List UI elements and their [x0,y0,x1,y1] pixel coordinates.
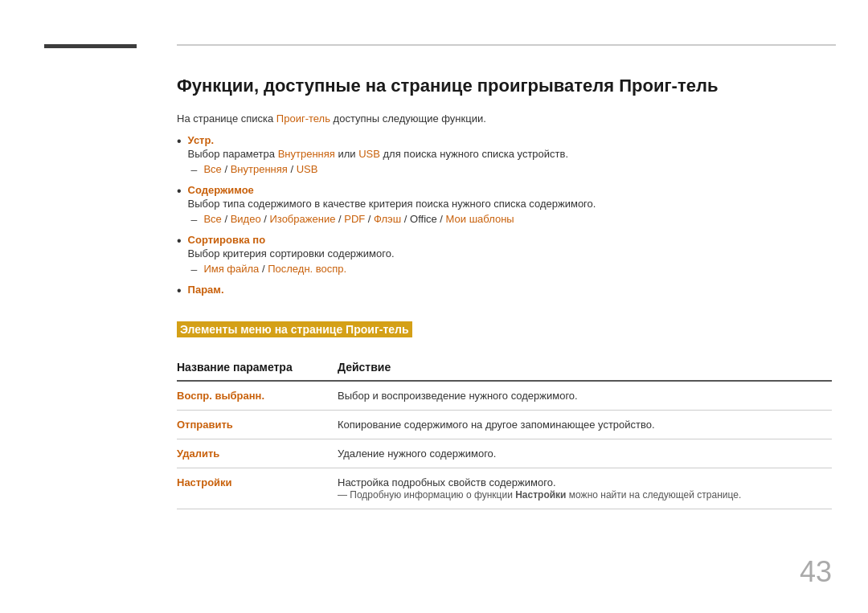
bullet-content-1: Устр. Выбор параметра Внутренняя или USB… [188,134,832,176]
link-vnutrennyaya[interactable]: Внутренняя [278,148,335,160]
bullet-content-3: Сортировка по Выбор критерия сортировки … [188,234,832,276]
bullet-label-2: Содержимое [188,184,254,196]
row1-action: Выбор и воспроизведение нужного содержим… [338,381,832,411]
features-table: Название параметра Действие Воспр. выбра… [177,356,832,509]
table-row-2: Отправить Копирование содержимого на дру… [177,410,832,439]
link-usb-2[interactable]: USB [297,163,318,175]
list-item-sort: • Сортировка по Выбор критерия сортировк… [177,234,832,276]
link-vnutrennyaya-2[interactable]: Внутренняя [231,163,288,175]
row4-action-text: Настройка подробных свойств содержимого. [338,476,556,488]
bullet-content-4: Парам. [188,284,832,296]
section2-heading-box: Элементы меню на странице Проиг-тель [177,321,412,337]
col2-header: Действие [338,356,832,381]
intro-paragraph: На странице списка Проиг-тель доступны с… [177,112,832,125]
bullet-dot-3: • [177,235,182,247]
bullet-label-3: Сортировка по [188,234,265,246]
main-title: Функции, доступные на странице проигрыва… [177,75,832,98]
row4-param: Настройки [177,468,338,509]
row4-action: Настройка подробных свойств содержимого.… [338,468,832,509]
bullet-dot-2: • [177,185,182,198]
sub-content-3: Имя файла / Последн. воспр. [203,263,346,275]
link-filename[interactable]: Имя файла [203,263,259,275]
bullet-desc-1: Выбор параметра Внутренняя или USB для п… [188,148,832,160]
row2-param: Отправить [177,410,338,439]
link-all-2[interactable]: Все [203,213,221,225]
bullet-content-2: Содержимое Выбор типа содержимого в каче… [188,184,832,226]
sub-dash-3: – [191,263,198,276]
left-accent-bar [44,44,137,48]
bullet-desc-2: Выбор типа содержимого в качестве критер… [188,198,832,210]
bullet-dot-1: • [177,135,182,148]
link-video[interactable]: Видео [231,213,261,225]
table-row-3: Удалить Удаление нужного содержимого. [177,439,832,468]
bullet-desc-3: Выбор критерия сортировки содержимого. [188,247,832,260]
sub-dash-2: – [191,213,198,226]
page-number: 43 [800,555,832,589]
section2-heading-text: Элементы меню на странице Проиг-тель [180,323,409,336]
table-row-1: Воспр. выбранн. Выбор и воспроизведение … [177,381,832,411]
link-image[interactable]: Изображение [269,213,335,225]
intro-link-proig[interactable]: Проиг-тель [276,112,330,125]
link-usb-desc[interactable]: USB [358,148,380,160]
content-area: Функции, доступные на странице проигрыва… [177,60,832,509]
table-header-row: Название параметра Действие [177,356,832,381]
col1-header: Название параметра [177,356,338,381]
list-item-ustr: • Устр. Выбор параметра Внутренняя или U… [177,134,832,176]
link-my-templates[interactable]: Мои шаблоны [446,213,514,225]
list-item-param: • Парам. [177,284,832,297]
sub-dash-1: – [191,163,198,176]
sub-content-2: Все / Видео / Изображение / PDF / Флэш /… [203,213,514,225]
features-list: • Устр. Выбор параметра Внутренняя или U… [177,134,832,297]
list-item-content: • Содержимое Выбор типа содержимого в ка… [177,184,832,226]
link-all-1[interactable]: Все [203,163,221,175]
link-flash[interactable]: Флэш [374,213,401,225]
sub-bullet-2: – Все / Видео / Изображение / PDF / Флэш… [188,213,832,226]
bullet-label-4: Парам. [188,284,224,296]
link-pdf[interactable]: PDF [344,213,365,225]
row4-note-bold: Настройки [515,489,566,501]
sub-content-1: Все / Внутренняя / USB [203,163,317,175]
table-row-4: Настройки Настройка подробных свойств со… [177,468,832,509]
sub-bullet-3: – Имя файла / Последн. воспр. [188,263,832,276]
bullet-dot-4: • [177,284,182,297]
top-border-line [177,44,836,46]
page-container: Функции, доступные на странице проигрыва… [0,0,868,613]
text-office: Office [410,213,437,225]
row4-note: — Подробную информацию о функции Настрой… [338,489,741,501]
row1-param: Воспр. выбранн. [177,381,338,411]
link-last-played[interactable]: Последн. воспр. [268,263,346,275]
row3-param: Удалить [177,439,338,468]
sub-bullet-1: – Все / Внутренняя / USB [188,163,832,176]
bullet-label-1: Устр. [188,134,214,146]
row3-action: Удаление нужного содержимого. [338,439,832,468]
row2-action: Копирование содержимого на другое запоми… [338,410,832,439]
